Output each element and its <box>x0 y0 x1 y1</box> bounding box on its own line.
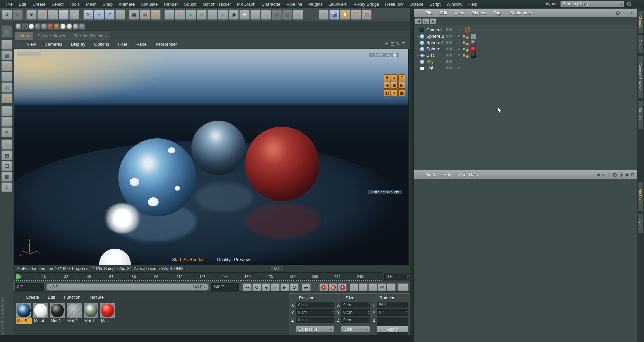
vp-menu-options[interactable]: Options <box>90 42 113 47</box>
object-row-sphere2[interactable]: Sphere.2 ∶ ✓ <box>414 33 554 40</box>
add-deformer-button[interactable]: ✿ <box>197 10 207 20</box>
menu-file[interactable]: File <box>3 2 16 7</box>
model-mode-button[interactable]: ■ <box>1 40 12 50</box>
vp-menu-prorender[interactable]: ProRender <box>152 42 181 47</box>
render-view-button[interactable]: ▦ <box>129 10 139 20</box>
target-icon[interactable]: ◉ <box>625 172 628 177</box>
tab-objects[interactable]: Objects <box>637 11 643 33</box>
lock-icon[interactable]: ◎ <box>619 172 623 177</box>
add-camera-button[interactable]: ◉ <box>229 10 239 20</box>
xyz-converter-button[interactable]: ⇨ <box>261 10 271 20</box>
om-menu-view[interactable]: View <box>451 10 467 15</box>
next-frame-button[interactable]: ▶ <box>280 283 289 291</box>
eye-icon[interactable]: ◦ <box>627 11 629 15</box>
quantize-button[interactable]: ▩ <box>1 172 12 182</box>
find-tool-button[interactable] <box>362 10 372 20</box>
material-name[interactable]: Mat.2 <box>66 318 82 324</box>
workplane-mode-button[interactable]: ◈ <box>1 61 12 71</box>
nav-back-button[interactable]: B <box>384 74 390 81</box>
menu-edit[interactable]: Edit <box>16 2 29 7</box>
add-volume-button[interactable]: ● <box>207 10 217 20</box>
menu-pipeline[interactable]: Pipeline <box>283 2 305 7</box>
vp-menu-filter[interactable]: Filter <box>114 42 131 47</box>
apply-button[interactable]: Apply <box>377 326 408 332</box>
add-spline-button[interactable]: ✎ <box>175 10 185 20</box>
phong-tag-icon[interactable] <box>466 36 469 39</box>
om-menu-edit[interactable]: Edit <box>436 10 450 15</box>
history-material-5[interactable] <box>41 23 47 30</box>
render-preview-button[interactable]: ▤ <box>398 283 408 291</box>
undo-button[interactable]: ↺ <box>2 10 12 20</box>
next-key-button[interactable]: ↻ <box>290 283 299 291</box>
menu-create[interactable]: Create <box>29 2 48 7</box>
phong-tag-icon[interactable] <box>466 49 469 52</box>
viewport[interactable]: Object : Sky B ▲ F ◀ ▣ ▶ ◧ ▼ ▦ Dist : 77… <box>14 49 409 265</box>
search-icon[interactable] <box>627 2 631 6</box>
edges-mode-button[interactable]: ◫ <box>1 82 12 93</box>
menu-select[interactable]: Select <box>48 2 66 7</box>
history-material-7[interactable] <box>54 23 60 30</box>
object-row-sphere[interactable]: Sphere ∶ ✓ <box>414 46 554 52</box>
vp-menu-panel[interactable]: Panel <box>132 42 151 47</box>
object-row-camera[interactable]: Camera ∶ ⌖ <box>414 27 554 33</box>
am-menu-mode[interactable]: Mode <box>422 172 440 177</box>
search-icon[interactable] <box>616 11 620 15</box>
mat-menu-create[interactable]: Create <box>22 295 43 300</box>
enabled-check-icon[interactable]: ✓ <box>458 47 461 51</box>
new-panel-icon[interactable]: ⊞ <box>631 172 634 177</box>
range-left-arrow[interactable]: ‹ <box>50 285 51 289</box>
vp-menu-view[interactable]: View <box>22 42 40 47</box>
material-thumb-mat5[interactable] <box>16 303 32 318</box>
last-tool-button[interactable]: ↺ <box>69 10 79 20</box>
start-prorender-link[interactable]: Start ProRender <box>172 257 204 262</box>
range-right-arrow[interactable]: › <box>204 285 205 289</box>
material-name[interactable]: Mat.4 <box>33 318 48 324</box>
om-menu-file[interactable]: File <box>422 10 436 15</box>
nav-grid-button[interactable]: ▦ <box>398 89 405 96</box>
menu-simulate[interactable]: Simulate <box>138 2 161 7</box>
phong-tag-icon[interactable] <box>466 43 469 45</box>
object-row-light[interactable]: Light ∶ ✓ <box>414 65 554 71</box>
object-name[interactable]: Sphere <box>426 46 440 51</box>
nav-down-button[interactable]: ▼ <box>391 89 398 96</box>
nav-right-button[interactable]: ▶ <box>398 82 405 89</box>
vp-menu-cameras[interactable]: Cameras <box>41 42 66 47</box>
tab-structure[interactable]: Structure <box>637 101 643 129</box>
menu-window[interactable]: Window <box>444 2 465 7</box>
menu-character[interactable]: Character <box>258 2 283 7</box>
add-environment-button[interactable]: ▦ <box>218 10 228 20</box>
nav-up-button[interactable]: ▲ <box>391 74 398 81</box>
history-material-1[interactable] <box>15 23 21 30</box>
menu-animate[interactable]: Animate <box>116 2 138 7</box>
make-editable-button[interactable]: ◍ <box>1 25 12 38</box>
object-row-sphere1[interactable]: Sphere.1 ∶ ✓ <box>414 40 554 46</box>
nav-front-button[interactable]: F <box>398 74 405 81</box>
play-button[interactable]: ▶ <box>271 283 280 291</box>
render-picture-viewer-button[interactable]: ▦ <box>140 10 150 20</box>
menu-mograph[interactable]: MoGraph <box>234 2 258 7</box>
om-menu-bookmarks[interactable]: Bookmarks <box>507 10 535 15</box>
texture-tag-icon[interactable] <box>471 53 476 58</box>
timeline-ruler[interactable]: 0 16 32 48 64 80 96 112 128 144 160 176 … <box>14 272 383 281</box>
vp-menu-display[interactable]: Display <box>67 42 90 47</box>
size-x-field[interactable]: 0 cm <box>341 302 370 308</box>
key-parameter-button[interactable]: Ⓟ <box>378 283 386 291</box>
goto-end-button[interactable]: ▶▶ <box>302 283 311 291</box>
object-name[interactable]: Light <box>426 65 436 70</box>
tab-picture-viewer[interactable]: Picture Viewer <box>34 32 70 40</box>
material-name[interactable]: Mat.3 <box>50 318 65 324</box>
texture-mode-button[interactable]: ▨ <box>1 50 12 60</box>
history-material-10[interactable] <box>73 23 79 30</box>
material-name[interactable]: Mat.5 <box>16 318 32 324</box>
position-y-field[interactable]: 0 cm <box>296 309 334 316</box>
rotate-button[interactable]: ↻ <box>59 10 69 20</box>
add-light-button[interactable]: ☀ <box>239 10 250 20</box>
material-name[interactable]: Mat <box>100 318 115 324</box>
tab-content-browser[interactable]: Content Browser <box>637 56 643 99</box>
material-thumb-mat1[interactable] <box>83 303 99 318</box>
history-material-6[interactable] <box>47 23 53 30</box>
add-primitive-button[interactable]: ■ <box>164 10 174 20</box>
menu-render[interactable]: Render <box>161 2 181 7</box>
sky-object-button[interactable]: S <box>340 10 350 20</box>
mat-menu-edit[interactable]: Edit <box>44 295 59 300</box>
